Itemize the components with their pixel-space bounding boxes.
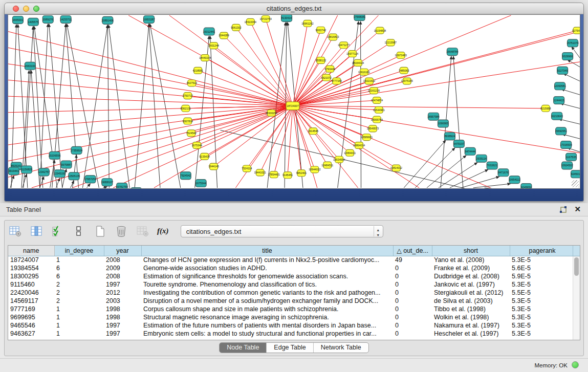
graph-node-label: 15692951	[555, 129, 567, 133]
table-row[interactable]: 1938455462009Genome-wide association stu…	[8, 264, 575, 272]
column-header-title[interactable]: title	[141, 246, 393, 256]
attribute-table: namein_degreeyeartitle△ out_de...shortpa…	[8, 246, 575, 338]
graph-node-label: 12161216	[368, 89, 380, 92]
table-row[interactable]: 911546021997Tourette syndrome. Phenomeno…	[8, 280, 575, 289]
column-header-pagerank[interactable]: pagerank	[510, 246, 575, 256]
delete-column-icon[interactable]	[114, 225, 129, 238]
graph-edge	[224, 36, 293, 106]
table-row[interactable]: 2242004622012Investigating the contribut…	[8, 289, 575, 297]
table-row[interactable]: 946554611997Estimation of the future num…	[8, 321, 575, 330]
graph-node-label: 20206556	[49, 154, 61, 157]
table-cell: 0	[393, 297, 432, 305]
graph-node-label: 15816813	[327, 35, 339, 38]
column-header-short[interactable]: short	[432, 246, 510, 256]
column-visibility-icon[interactable]	[29, 225, 44, 238]
row-mode-icon[interactable]	[71, 225, 86, 238]
graph-node-label: 17548081	[354, 15, 366, 18]
graph-node-label: 18549573	[367, 127, 379, 130]
graph-edge	[108, 25, 129, 188]
graph-node-label: 2044289	[219, 34, 229, 37]
table-select-dropdown[interactable]: citations_edges.txt ▲▼	[181, 225, 383, 237]
column-header-in_degree[interactable]: in_degree	[54, 246, 104, 256]
network-canvas[interactable]: 1830029516012441844020442185814427512275…	[8, 15, 580, 188]
graph-node-label: 1675344	[195, 182, 206, 185]
graph-node-label: 18957984	[427, 115, 440, 118]
table-cell: 1	[54, 256, 104, 264]
new-column-icon[interactable]	[93, 225, 108, 238]
table-row[interactable]: 969969511998Structural magnetic resonanc…	[8, 313, 575, 321]
graph-edge	[8, 96, 293, 106]
table-row[interactable]: 1456911722003Disruption of a novel membe…	[8, 297, 575, 305]
scrollbar-thumb[interactable]	[574, 257, 579, 276]
float-window-icon[interactable]	[559, 206, 568, 214]
desktop: citations_edges.txt 18300295160124418440…	[0, 0, 588, 372]
resize-grip[interactable]	[572, 180, 579, 187]
graph-node-label: 9474444	[465, 150, 475, 153]
memory-status-label: Memory: OK	[534, 362, 568, 368]
graph-node-label: 12505135	[68, 174, 80, 178]
column-header-out_de[interactable]: △ out_de...	[393, 246, 432, 256]
table-cell: Genome-wide association studies in ADHD.	[141, 264, 393, 272]
graph-node-label: 16154838	[374, 29, 386, 32]
graph-node-label: 10653287	[143, 18, 155, 21]
graph-node-label: 1601244	[208, 44, 219, 47]
graph-node-label: 19958107	[101, 181, 114, 184]
table-header-corner	[573, 246, 580, 256]
table-cell: 9699695	[8, 313, 54, 321]
graph-edge	[34, 27, 57, 188]
graph-edge	[361, 21, 361, 188]
table-cell: 5.6E-5	[510, 264, 575, 272]
graph-node-label: 7524114	[242, 167, 252, 170]
graph-node-label: 8938924	[445, 135, 455, 138]
graph-node-label: 18724007	[287, 104, 299, 107]
graph-node-label: 9245652	[521, 186, 532, 188]
table-cell: 9777169	[8, 305, 54, 313]
graph-edge	[40, 24, 48, 188]
graph-node[interactable]	[131, 188, 142, 188]
column-header-year[interactable]: year	[104, 246, 141, 256]
graph-edge	[293, 42, 390, 106]
table-cell: 1	[54, 321, 104, 330]
graph-edge	[293, 106, 546, 108]
table-panel: Table Panel ✕	[0, 203, 588, 358]
tab-edge-table[interactable]: Edge Table	[267, 343, 313, 353]
graph-node-label: 9245012	[571, 172, 580, 176]
graph-node-label: 12975155	[401, 79, 413, 82]
graph-node-label: 4218581	[192, 69, 203, 72]
function-builder-icon[interactable]: f(x)	[156, 225, 169, 238]
select-all-icon[interactable]	[50, 225, 66, 238]
table-cell: Changes of HCN gene expression and I(f) …	[141, 256, 393, 264]
table-cell: 2	[54, 289, 104, 297]
table-type-segmented-control: Node TableEdge TableNetwork Table	[219, 342, 368, 353]
graph-node-label: 16961262	[301, 22, 314, 25]
tab-node-table[interactable]: Node Table	[220, 343, 267, 353]
table-options-icon[interactable]	[8, 225, 23, 238]
table-cell: 5.9E-5	[510, 272, 575, 280]
close-panel-icon[interactable]: ✕	[574, 205, 581, 214]
graph-node-label: 9777169	[331, 79, 342, 82]
graph-node-label: 14955784	[371, 118, 383, 121]
table-row[interactable]: 946362711997Embryonic stem cells: a mode…	[8, 330, 575, 338]
graph-node-label: 15751074	[567, 41, 579, 45]
graph-edge	[473, 184, 511, 188]
table-row[interactable]: 977716911998Corpus callosum shape and si…	[8, 305, 575, 313]
graph-edge	[24, 27, 33, 188]
vertical-scrollbar[interactable]	[573, 256, 580, 340]
tab-network-table[interactable]: Network Table	[314, 343, 368, 353]
graph-edge	[135, 24, 149, 188]
memory-status-icon[interactable]	[572, 361, 579, 368]
table-row[interactable]: 1872400712008Changes of HCN gene express…	[8, 256, 575, 264]
column-header-name[interactable]: name	[8, 246, 54, 256]
table-cell: 1997	[104, 280, 141, 289]
graph-edge	[103, 187, 107, 188]
table-cell: 5.3E-5	[510, 313, 575, 321]
table-cell: Stergiakouli et al. (2012)	[432, 289, 510, 297]
graph-node-label: 12213987	[385, 41, 397, 44]
table-cell: Wolkin et al. (1998)	[432, 313, 510, 321]
table-cell: 19384554	[8, 264, 54, 272]
table-row[interactable]: 1830029562008Estimation of significance …	[8, 272, 575, 280]
table-cell: 5.3E-5	[510, 330, 575, 338]
table-tabs-row: Node TableEdge TableNetwork Table	[5, 342, 583, 354]
table-cell: Dudbridge et al. (2008)	[432, 272, 510, 280]
window-titlebar[interactable]: citations_edges.txt	[5, 3, 583, 14]
